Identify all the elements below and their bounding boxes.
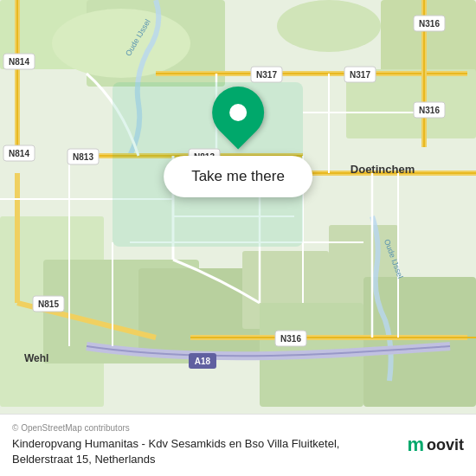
svg-rect-35 bbox=[189, 353, 216, 369]
svg-text:N813: N813 bbox=[73, 152, 93, 162]
svg-rect-9 bbox=[87, 0, 225, 87]
svg-text:Oude IJssel: Oude IJssel bbox=[124, 17, 151, 57]
svg-rect-7 bbox=[260, 303, 363, 407]
bottom-info: © OpenStreetMap contributors Kinderopvan… bbox=[12, 423, 396, 467]
svg-text:N317: N317 bbox=[350, 70, 370, 80]
svg-point-10 bbox=[52, 9, 190, 78]
svg-rect-0 bbox=[0, 0, 476, 407]
svg-text:Doetinchem: Doetinchem bbox=[351, 163, 415, 176]
attribution-text: © OpenStreetMap contributors bbox=[12, 423, 396, 433]
map-container: N316 N316 N316 N317 N317 N814 N814 N813 bbox=[0, 0, 476, 476]
overlay-card: Take me there bbox=[164, 87, 312, 197]
take-me-there-button[interactable]: Take me there bbox=[164, 156, 312, 197]
svg-rect-12 bbox=[381, 0, 476, 104]
location-name: Kinderopvang Humanitas - Kdv Sesamkids e… bbox=[12, 436, 396, 467]
svg-text:N316: N316 bbox=[419, 106, 440, 115]
bottom-bar: © OpenStreetMap contributors Kinderopvan… bbox=[0, 414, 476, 476]
svg-rect-17 bbox=[414, 102, 445, 118]
svg-text:A18: A18 bbox=[195, 357, 211, 366]
svg-rect-27 bbox=[3, 145, 35, 161]
svg-text:N814: N814 bbox=[9, 149, 29, 158]
svg-rect-6 bbox=[363, 277, 476, 407]
moovit-text: oovit bbox=[427, 436, 464, 454]
svg-rect-3 bbox=[138, 268, 260, 355]
svg-rect-25 bbox=[3, 54, 35, 69]
svg-rect-13 bbox=[346, 69, 476, 138]
svg-text:Wehl: Wehl bbox=[24, 352, 48, 364]
svg-rect-1 bbox=[0, 216, 104, 407]
svg-text:Oude IJssel: Oude IJssel bbox=[383, 238, 405, 280]
svg-rect-29 bbox=[68, 149, 99, 164]
svg-rect-23 bbox=[344, 67, 376, 82]
svg-text:N814: N814 bbox=[9, 57, 29, 67]
svg-rect-2 bbox=[43, 260, 199, 363]
map-pin-wrapper bbox=[212, 87, 264, 134]
moovit-m-icon: m bbox=[407, 434, 424, 456]
moovit-logo: moovit bbox=[407, 434, 464, 456]
map-background[interactable]: N316 N316 N316 N317 N317 N814 N814 N813 bbox=[0, 0, 476, 407]
map-svg: N316 N316 N316 N317 N317 N814 N814 N813 bbox=[0, 0, 476, 407]
svg-rect-15 bbox=[414, 16, 445, 31]
svg-text:N317: N317 bbox=[256, 70, 277, 80]
svg-text:N316: N316 bbox=[280, 334, 301, 344]
location-pin-icon bbox=[202, 76, 275, 150]
svg-rect-33 bbox=[33, 296, 64, 312]
svg-rect-4 bbox=[242, 251, 329, 329]
svg-point-11 bbox=[277, 0, 381, 52]
svg-rect-19 bbox=[275, 331, 306, 346]
svg-rect-5 bbox=[329, 225, 398, 312]
svg-rect-21 bbox=[251, 67, 282, 82]
svg-text:N815: N815 bbox=[38, 299, 59, 309]
svg-rect-8 bbox=[0, 0, 173, 69]
svg-text:N316: N316 bbox=[419, 19, 440, 29]
